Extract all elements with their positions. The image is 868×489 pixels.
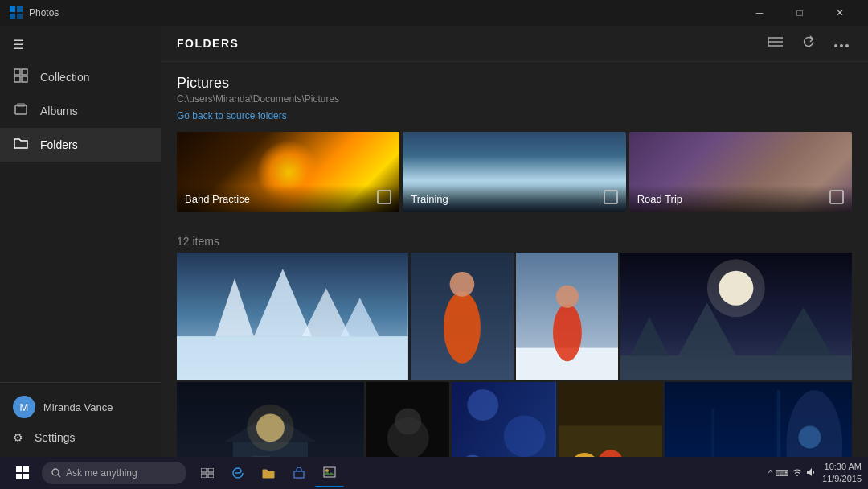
svg-point-65	[799, 426, 821, 449]
title-bar-left: Photos	[10, 6, 59, 19]
app-icon	[10, 6, 23, 19]
maximize-button[interactable]: □	[781, 0, 818, 26]
user-name: Miranda Vance	[43, 401, 113, 413]
photo-child-orange-suit[interactable]	[411, 253, 514, 380]
svg-rect-78	[294, 471, 304, 478]
folder-select-icon-3	[829, 190, 844, 208]
photo-ski-child[interactable]	[516, 253, 619, 380]
svg-point-27	[444, 291, 481, 363]
svg-point-15	[840, 44, 843, 47]
items-count: 12 items	[161, 225, 868, 253]
search-icon	[51, 468, 61, 478]
svg-rect-68	[16, 466, 22, 472]
svg-point-32	[555, 286, 578, 308]
folders-label: Folders	[40, 138, 78, 151]
svg-rect-70	[16, 474, 22, 479]
search-bar[interactable]: Ask me anything	[42, 462, 186, 484]
svg-point-46	[247, 405, 293, 451]
user-profile[interactable]: M Miranda Vance	[0, 389, 161, 425]
photo-row-2	[177, 382, 852, 457]
photo-blue-bokeh[interactable]	[452, 382, 555, 457]
folder-thumb-road-trip[interactable]: Road Trip	[629, 132, 852, 212]
svg-point-35	[707, 259, 765, 317]
collection-label: Collection	[40, 71, 89, 84]
volume-icon	[806, 467, 816, 479]
folder-thumb-overlay-road-trip: Road Trip	[629, 185, 852, 212]
photo-colorful-market[interactable]	[559, 382, 662, 457]
folder-thumb-training[interactable]: Training	[403, 132, 625, 212]
svg-rect-1	[17, 6, 23, 12]
svg-rect-71	[23, 474, 29, 479]
edge-button[interactable]	[223, 458, 252, 487]
store-button[interactable]	[285, 458, 313, 487]
minimize-button[interactable]: ─	[741, 0, 778, 26]
svg-rect-4	[14, 69, 20, 75]
clock-date: 11/9/2015	[822, 473, 862, 485]
svg-rect-69	[23, 466, 29, 472]
road-trip-label: Road Trip	[637, 193, 682, 205]
taskbar-apps	[193, 458, 344, 487]
more-options-button[interactable]	[831, 35, 852, 52]
photo-dark-portrait[interactable]	[366, 382, 450, 457]
system-clock[interactable]: 10:30 AM 11/9/2015	[822, 461, 862, 486]
tray-arrow[interactable]: ^	[768, 468, 772, 478]
svg-point-28	[449, 272, 474, 297]
sidebar-bottom: M Miranda Vance ⚙ Settings	[0, 382, 161, 457]
photo-grid	[161, 253, 868, 457]
svg-rect-74	[201, 468, 207, 472]
search-placeholder: Ask me anything	[66, 467, 137, 479]
explorer-button[interactable]	[254, 458, 283, 487]
albums-label: Albums	[40, 105, 78, 117]
start-button[interactable]	[6, 457, 39, 489]
photos-button[interactable]	[315, 458, 344, 487]
folder-select-icon	[377, 190, 391, 208]
clock-time: 10:30 AM	[822, 461, 862, 473]
svg-point-14	[834, 44, 837, 47]
content-area: FOLDERS	[161, 26, 868, 457]
keyboard-icon: ⌨	[776, 468, 788, 479]
sidebar-item-albums[interactable]: Albums	[0, 94, 161, 128]
photo-row-1	[177, 253, 852, 380]
sidebar-item-collection[interactable]: Collection	[0, 60, 161, 94]
band-practice-label: Band Practice	[185, 193, 250, 205]
svg-rect-0	[10, 6, 15, 12]
folder-thumbnails: Band Practice Training	[177, 132, 852, 212]
close-button[interactable]: ✕	[821, 0, 858, 26]
svg-rect-17	[378, 191, 391, 203]
folders-icon	[13, 136, 29, 154]
svg-rect-77	[208, 474, 214, 478]
folder-path: C:\users\Miranda\Documents\Pictures	[177, 93, 852, 105]
svg-rect-36	[620, 355, 852, 380]
folder-select-icon-2	[604, 190, 618, 208]
svg-rect-6	[14, 76, 20, 82]
svg-point-16	[845, 44, 849, 47]
photo-snow-landscape[interactable]	[177, 253, 408, 380]
svg-point-72	[52, 469, 59, 475]
folder-thumb-band-practice[interactable]: Band Practice	[177, 132, 399, 212]
svg-rect-7	[22, 76, 27, 82]
svg-rect-18	[604, 191, 617, 203]
svg-point-31	[553, 304, 582, 362]
folders-section: Pictures C:\users\Miranda\Documents\Pict…	[161, 62, 868, 225]
sidebar-item-folders[interactable]: Folders	[0, 128, 161, 162]
task-view-button[interactable]	[193, 458, 222, 487]
back-to-source-link[interactable]: Go back to source folders	[177, 110, 287, 121]
settings-item[interactable]: ⚙ Settings	[0, 425, 161, 450]
list-view-button[interactable]	[765, 35, 786, 52]
system-tray-icons: ^ ⌨	[768, 467, 816, 479]
photo-night-stars[interactable]	[620, 253, 852, 380]
svg-rect-3	[17, 14, 23, 19]
hamburger-menu[interactable]: ☰	[0, 29, 161, 60]
title-bar: Photos ─ □ ✕	[0, 0, 868, 26]
svg-rect-21	[177, 336, 408, 380]
photo-house-night-scene[interactable]	[177, 382, 364, 457]
photo-underwater-blue[interactable]	[665, 382, 852, 457]
taskbar: Ask me anything	[0, 457, 868, 489]
svg-point-51	[468, 389, 499, 421]
svg-rect-76	[201, 474, 207, 478]
svg-rect-79	[324, 467, 335, 477]
window-controls: ─ □ ✕	[741, 0, 858, 26]
refresh-button[interactable]	[799, 34, 818, 53]
taskbar-system: ^ ⌨ 10:30 AM 11/9/2015	[768, 461, 862, 486]
svg-rect-19	[830, 191, 843, 203]
